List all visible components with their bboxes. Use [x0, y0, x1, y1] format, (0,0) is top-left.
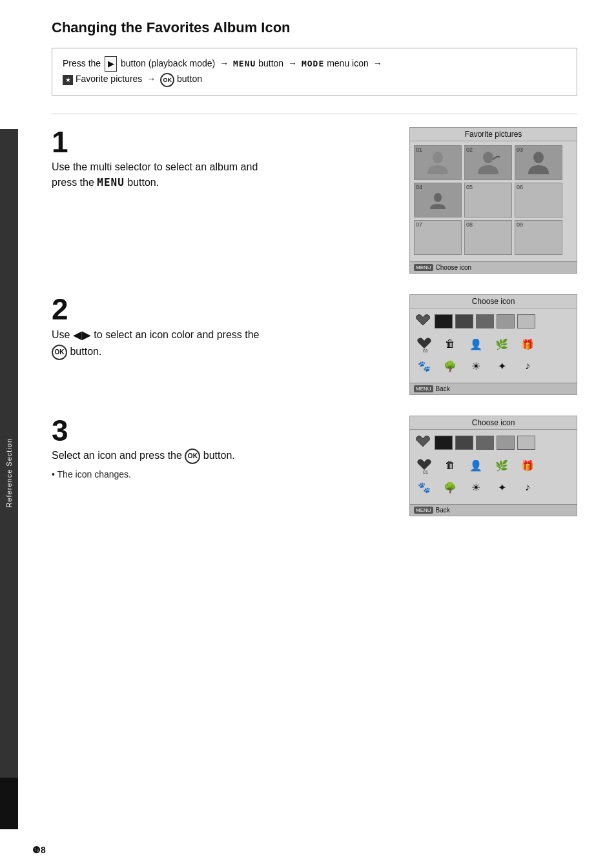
icon3-leaf: 🌿: [491, 456, 512, 474]
swatch3-darkgrey[interactable]: [455, 436, 473, 450]
icon-gift: 🎁: [517, 335, 538, 353]
swatch-darkgrey[interactable]: [455, 314, 473, 328]
bottom-btn-icon-2: MENU: [414, 385, 433, 392]
icon3-music: ♪: [517, 478, 538, 496]
cell-num-05: 05: [466, 184, 473, 190]
nav-instruction-box: Press the ▶ button (playback mode) → MEN…: [52, 48, 577, 96]
swatch-lightgrey[interactable]: [517, 314, 535, 328]
step-2-bottom-text: Back: [436, 385, 450, 392]
cell-num-03: 03: [517, 146, 523, 153]
nav-text3: menu icon: [327, 58, 371, 68]
svg-point-2: [533, 152, 544, 163]
icon-tree: 🌳: [440, 357, 460, 375]
cell-num-06: 06: [517, 184, 523, 190]
choose-icon-screen-2: 01 🗑 👤 🌿 🎁 🐾 🌳 ☀ ✦ ♪: [410, 308, 577, 383]
nav-text2: button: [258, 58, 286, 68]
step-3-screen-title: Choose icon: [410, 416, 577, 430]
step-3-bullet: The icon changes.: [52, 469, 390, 479]
ok-button-nav: OK: [160, 73, 174, 87]
step-1-screen-bottom: MENU Choose icon: [410, 261, 577, 273]
step-3: 3 Select an icon and press the OK button…: [52, 416, 577, 516]
arrow-icon-4: →: [147, 74, 156, 84]
nav-prefix: Press the: [63, 58, 103, 68]
step-1-menu-bold: MENU: [97, 176, 125, 188]
arrow-icon-2: →: [288, 58, 297, 68]
bottom-btn-icon-3: MENU: [414, 507, 433, 514]
fav-row-3: 07 08 09: [414, 220, 573, 255]
step-2-left: 2 Use ◀▶ to select an icon color and pre…: [52, 294, 390, 360]
cell-num-08: 08: [466, 221, 473, 228]
step-1-number: 1: [52, 127, 390, 157]
step-3-left: 3 Select an icon and press the OK button…: [52, 416, 390, 479]
swatch3-black[interactable]: [435, 436, 453, 450]
heart-icon-2: [414, 312, 432, 328]
swatch3-midgrey[interactable]: [497, 436, 515, 450]
fav-cell-06: 06: [515, 183, 562, 217]
ok-circle-3: OK: [185, 449, 200, 464]
icon-leaf: 🌿: [491, 335, 512, 353]
choose-icon-screen-3: 01 🗑 👤 🌿 🎁 🐾 🌳 ☀ ✦ ♪: [410, 430, 577, 504]
heart-icon-3: [414, 434, 432, 449]
icon3-person: 👤: [466, 456, 486, 474]
mode-label: MODE: [302, 59, 324, 68]
divider: [52, 114, 577, 114]
icon-row-2-screen3: 🐾 🌳 ☀ ✦ ♪: [414, 478, 573, 496]
step-2-screen-title: Choose icon: [410, 295, 577, 308]
icon-music: ♪: [517, 357, 538, 375]
fav-cell-07: 07: [414, 220, 462, 255]
sidebar-label: Reference Section: [5, 438, 13, 508]
step-1-text: Use the multi selector to select an albu…: [52, 159, 271, 190]
black-tab: [0, 778, 18, 829]
nav-text1: button (playback mode): [121, 58, 218, 68]
step-1-screen-title: Favorite pictures: [410, 128, 577, 141]
icon-row-1-screen3: 01 🗑 👤 🌿 🎁: [414, 456, 573, 474]
icon3-cross: ✦: [491, 478, 512, 496]
step-3-bottom-text: Back: [436, 507, 450, 514]
icon-cross: ✦: [491, 357, 512, 375]
icon-sun: ☀: [466, 357, 486, 375]
icon-person: 👤: [466, 335, 486, 353]
swatch3-grey[interactable]: [476, 436, 494, 450]
nav-text4: Favorite pictures: [76, 74, 145, 84]
fav-cell-05: 05: [464, 183, 512, 217]
fav-row-1: 01 02: [414, 145, 573, 180]
cell-num-04: 04: [416, 184, 422, 190]
svg-point-1: [483, 152, 493, 163]
icon3-gift: 🎁: [517, 456, 538, 474]
fav-cell-08: 08: [464, 220, 512, 255]
step-1-bottom-text: Choose icon: [436, 264, 472, 271]
fav-cell-04: 04: [414, 183, 462, 217]
swatch-black[interactable]: [435, 314, 453, 328]
step-2-screen-bottom: MENU Back: [410, 383, 577, 394]
step-3-number: 3: [52, 416, 390, 445]
step-2-number: 2: [52, 294, 390, 324]
icon3-tree: 🌳: [440, 478, 460, 496]
step-3-screen: Choose icon: [409, 416, 577, 516]
reference-sidebar: Reference Section: [0, 129, 18, 816]
num-01: 01: [423, 348, 428, 353]
arrow-icon-1: →: [220, 58, 229, 68]
step-3-screen-bottom: MENU Back: [410, 504, 577, 516]
step-1-screen: Favorite pictures 01 02: [409, 127, 577, 274]
bottom-btn-icon-1: MENU: [414, 264, 433, 271]
icon-row-2-screen2: 🐾 🌳 ☀ ✦ ♪: [414, 357, 573, 375]
menu-label: MENU: [233, 59, 256, 68]
page-title: Changing the Favorites Album Icon: [52, 19, 577, 36]
icon-paw: 🐾: [414, 357, 435, 375]
step-3-text: Select an icon and press the OK button.: [52, 448, 271, 464]
icon-row-1-screen2: 01 🗑 👤 🌿 🎁: [414, 335, 573, 353]
fav-grid: 01 02: [410, 141, 577, 261]
page-number: ❿8: [32, 845, 46, 855]
icon3-trash: 🗑: [440, 456, 460, 474]
playback-button-icon: ▶: [105, 56, 117, 72]
swatch-midgrey[interactable]: [497, 314, 515, 328]
step-1-left: 1 Use the multi selector to select an al…: [52, 127, 390, 190]
page-footer: ❿8: [32, 845, 46, 855]
swatch-grey[interactable]: [476, 314, 494, 328]
icon-trash: 🗑: [440, 335, 460, 353]
swatch3-lightgrey[interactable]: [517, 436, 535, 450]
fav-cell-02: 02: [464, 145, 512, 180]
lr-arrows: ◀▶: [73, 327, 91, 344]
step-2-text: Use ◀▶ to select an icon color and press…: [52, 327, 271, 360]
svg-point-0: [433, 152, 443, 163]
